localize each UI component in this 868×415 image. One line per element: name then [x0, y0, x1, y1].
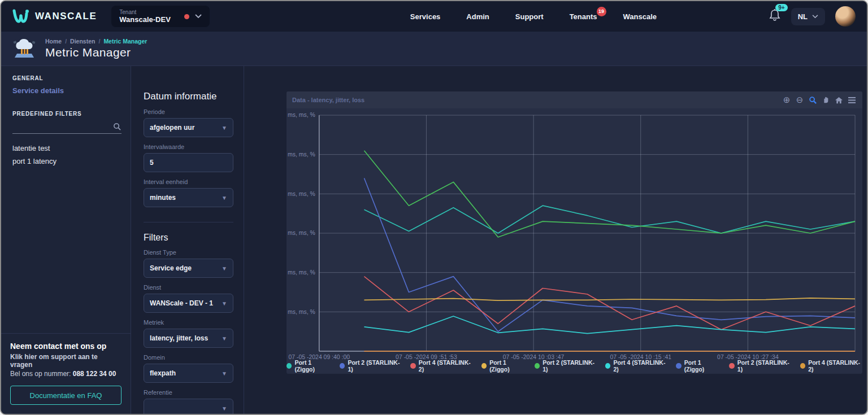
line-chart[interactable]: .00 ms, ms, %.00 ms, ms, %.00 ms, ms, %.… — [287, 108, 862, 360]
tenant-label: Tenant — [119, 9, 171, 15]
language-selector[interactable]: NL — [791, 8, 825, 25]
chevron-down-icon: ▼ — [222, 405, 227, 412]
legend-dot — [729, 363, 734, 369]
legend-dot — [340, 363, 345, 369]
svg-text:.00 ms, ms, %: .00 ms, ms, % — [287, 112, 315, 118]
breadcrumb-diensten[interactable]: Diensten — [70, 38, 95, 45]
brand-name: WANSCALE — [35, 11, 97, 22]
search-icon — [113, 123, 121, 131]
legend-item[interactable]: Port 1 (Ziggo) — [676, 359, 721, 373]
breadcrumb-home[interactable]: Home — [45, 38, 62, 45]
dienst-type-label: Dienst Type — [144, 249, 233, 256]
chevron-down-icon: ▼ — [222, 370, 227, 377]
legend-label: Port 2 (STARLINK-1) — [542, 359, 597, 373]
tenant-selector[interactable]: Tenant Wanscale-DEV — [111, 6, 210, 27]
svg-text:.00 ms, ms, %: .00 ms, ms, % — [287, 309, 315, 315]
chart-region: Data - latency, jitter, loss ⊕ ⊖ — [244, 66, 867, 414]
search-input[interactable] — [12, 123, 113, 131]
svg-text:.00 ms, ms, %: .00 ms, ms, % — [287, 269, 315, 276]
navbar-right: 9+ NL — [769, 6, 856, 27]
date-section-title: Datum informatie — [144, 91, 233, 102]
chart-modebar: ⊕ ⊖ — [782, 95, 857, 105]
sidebar-item-service-details[interactable]: Service details — [12, 86, 121, 95]
tenants-count-badge: 19 — [597, 7, 606, 16]
legend-item[interactable]: Port 2 (STARLINK-1) — [729, 359, 791, 373]
tenant-value: Wanscale-DEV — [119, 15, 171, 24]
series-line[interactable] — [364, 206, 855, 233]
nav-item-wanscale[interactable]: Wanscale — [623, 12, 657, 21]
contact-support-link[interactable]: Klik hier om support aan te vragen — [10, 353, 121, 369]
nav-item-services[interactable]: Services — [410, 12, 441, 21]
dienst-type-select[interactable]: Service edge▼ — [144, 259, 233, 278]
chevron-down-icon: ▼ — [222, 300, 227, 307]
contact-phone-line: Bel ons op nummer: 088 122 34 00 — [10, 370, 121, 378]
series-line[interactable] — [364, 298, 855, 300]
referentie-select[interactable]: ▼ — [144, 399, 233, 414]
legend-item[interactable]: Port 4 (STARLINK-2) — [605, 359, 667, 373]
chevron-down-icon: ▼ — [222, 335, 227, 342]
series-line[interactable] — [364, 316, 855, 334]
interval-value-input[interactable] — [150, 159, 227, 167]
brand-logo[interactable]: WANSCALE — [12, 9, 97, 24]
pan-icon[interactable] — [821, 95, 831, 105]
filter-list-item[interactable]: latentie test — [12, 142, 121, 155]
chevron-down-icon — [195, 14, 202, 19]
legend-item[interactable]: Port 4 (STARLINK-2) — [800, 359, 862, 373]
chevron-down-icon: ▼ — [222, 125, 227, 131]
notifications-count-badge: 9+ — [775, 4, 787, 11]
filter-form-panel: Datum informatie Periode afgelopen uur▼ … — [131, 66, 244, 414]
metriek-select[interactable]: latency, jitter, loss▼ — [144, 329, 233, 348]
nav-item-tenants[interactable]: Tenants 19 — [570, 12, 597, 21]
legend-item[interactable]: Port 4 (STARLINK-2) — [410, 359, 472, 373]
contact-section: Neem contact met ons op Klik hier om sup… — [1, 333, 131, 414]
zoom-select-icon[interactable] — [808, 95, 818, 105]
tenant-status-dot — [184, 14, 189, 19]
predefined-filter-search — [12, 123, 121, 134]
cloud-data-icon — [11, 37, 37, 60]
legend-label: Port 1 (Ziggo) — [294, 359, 331, 373]
chevron-down-icon — [812, 15, 818, 19]
domein-select[interactable]: flexpath▼ — [144, 364, 233, 383]
chart-header: Data - latency, jitter, loss ⊕ ⊖ — [287, 91, 862, 108]
chart-card: Data - latency, jitter, loss ⊕ ⊖ — [287, 91, 862, 374]
periode-select[interactable]: afgelopen uur▼ — [144, 118, 233, 137]
legend-dot — [605, 363, 610, 369]
legend-dot — [800, 363, 805, 369]
filter-list-item[interactable]: port 1 latency — [12, 155, 121, 168]
interval-unit-label: Interval eenheid — [144, 178, 233, 185]
top-navbar: WANSCALE Tenant Wanscale-DEV Services Ad… — [1, 1, 867, 32]
legend-label: Port 4 (STARLINK-2) — [613, 359, 667, 373]
legend-dot — [287, 363, 292, 369]
chart-plot-area[interactable]: .00 ms, ms, %.00 ms, ms, %.00 ms, ms, %.… — [287, 108, 862, 360]
zoom-out-icon[interactable]: ⊖ — [795, 95, 805, 105]
legend-label: Port 2 (STARLINK-1) — [737, 359, 792, 373]
menu-icon[interactable] — [847, 95, 857, 105]
legend-label: Port 1 (Ziggo) — [684, 359, 721, 373]
interval-unit-select[interactable]: minutes▼ — [144, 188, 233, 207]
nav-item-support[interactable]: Support — [515, 12, 544, 21]
documentation-faq-button[interactable]: Documentatie en FAQ — [10, 386, 121, 405]
notifications-button[interactable]: 9+ — [769, 8, 781, 24]
series-line[interactable] — [364, 178, 855, 332]
legend-item[interactable]: Port 1 (Ziggo) — [287, 359, 331, 373]
language-value: NL — [798, 12, 808, 21]
legend-item[interactable]: Port 2 (STARLINK-1) — [535, 359, 597, 373]
legend-dot — [535, 363, 540, 369]
user-avatar[interactable] — [835, 6, 856, 27]
legend-dot — [676, 363, 681, 369]
legend-item[interactable]: Port 1 (Ziggo) — [481, 359, 526, 373]
svg-text:.00 ms, ms, %: .00 ms, ms, % — [287, 151, 315, 158]
zoom-in-icon[interactable]: ⊕ — [782, 95, 792, 105]
section-divider — [144, 222, 233, 222]
sidebar-predefined-heading: PREDEFINED FILTERS — [12, 111, 121, 117]
app-window: WANSCALE Tenant Wanscale-DEV Services Ad… — [0, 0, 868, 415]
nav-item-admin[interactable]: Admin — [466, 12, 489, 21]
home-icon[interactable] — [834, 95, 844, 105]
legend-label: Port 1 (Ziggo) — [489, 359, 526, 373]
dienst-label: Dienst — [144, 284, 233, 291]
interval-value-label: Intervalwaarde — [144, 143, 233, 150]
dienst-select[interactable]: WANScale - DEV - 1▼ — [144, 294, 233, 313]
legend-item[interactable]: Port 2 (STARLINK-1) — [340, 359, 402, 373]
sidebar: GENERAL Service details PREDEFINED FILTE… — [1, 66, 131, 414]
chart-legend: Port 1 (Ziggo)Port 2 (STARLINK-1)Port 4 … — [287, 360, 862, 374]
